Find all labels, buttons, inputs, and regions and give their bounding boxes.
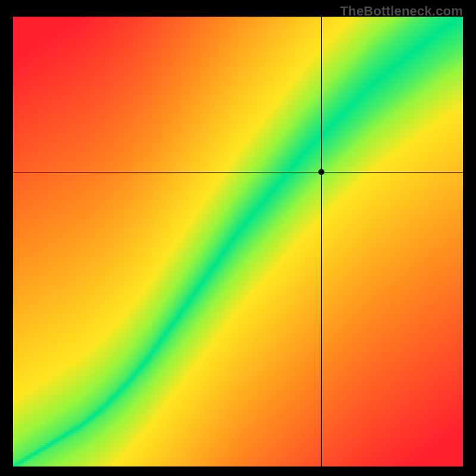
watermark-text: TheBottleneck.com bbox=[340, 4, 463, 19]
chart-frame: TheBottleneck.com bbox=[0, 0, 476, 476]
heatmap-canvas bbox=[13, 17, 463, 466]
plot-area bbox=[13, 17, 463, 466]
